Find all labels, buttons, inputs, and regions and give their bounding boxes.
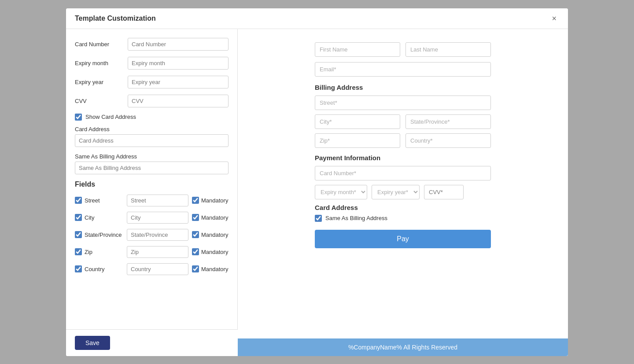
city-checkbox[interactable] [75, 214, 82, 221]
card-address-row: Card Address [75, 126, 229, 147]
modal-overlay: Template Customization × Card Number Exp… [0, 0, 634, 364]
modal-body: Card Number Expiry month Expiry year CVV [66, 29, 568, 356]
expiry-month-label: Expiry month [75, 60, 123, 66]
footer-text: %CompanyName% All Rights Reserved [348, 344, 457, 351]
save-button[interactable]: Save [75, 336, 110, 350]
state-fields-row: State/Province Mandatory [75, 229, 229, 241]
same-billing-check-row: Same As Billing Address [315, 215, 491, 222]
show-card-address-row: Show Card Address [75, 114, 229, 121]
zip-mandatory-checkbox[interactable] [192, 248, 199, 255]
zip-checkbox[interactable] [75, 248, 82, 255]
zip-mandatory-label: Mandatory [201, 249, 228, 255]
street-preview-input[interactable] [315, 96, 491, 110]
card-number-input[interactable] [128, 38, 229, 51]
cvv-preview-input[interactable] [424, 185, 464, 199]
state-mandatory-label: Mandatory [201, 232, 228, 238]
cvv-row: CVV [75, 95, 229, 107]
expiry-month-select[interactable]: Expiry month* [315, 185, 367, 199]
street-check-label: Street [85, 197, 100, 204]
first-name-preview-input[interactable] [315, 42, 400, 57]
state-text-input[interactable] [127, 229, 188, 241]
country-check-label: Country [85, 266, 105, 272]
street-checkbox[interactable] [75, 197, 82, 204]
city-mandatory-label: Mandatory [201, 214, 228, 221]
same-as-billing-input[interactable] [75, 162, 229, 174]
country-mandatory-label: Mandatory [201, 266, 228, 272]
city-fields-row: City Mandatory [75, 212, 229, 224]
city-preview-input[interactable] [315, 114, 400, 129]
card-address-label: Card Address [75, 126, 229, 132]
card-number-preview-row [315, 166, 491, 180]
preview-area: Billing Address Pa [238, 29, 568, 338]
right-footer: %CompanyName% All Rights Reserved [238, 338, 568, 356]
state-preview-input[interactable] [405, 114, 491, 129]
last-name-preview-input[interactable] [405, 42, 491, 57]
expiry-year-select[interactable]: Expiry year* [372, 185, 420, 199]
city-mandatory-checkbox[interactable] [192, 214, 199, 221]
card-address-preview-title: Card Address [315, 204, 491, 211]
country-mandatory-checkbox[interactable] [192, 265, 199, 272]
street-fields-row: Street Mandatory [75, 195, 229, 206]
expiry-month-row: Expiry month [75, 57, 229, 70]
left-panel: Card Number Expiry month Expiry year CVV [66, 29, 238, 356]
left-footer: Save [66, 329, 238, 356]
state-checkbox[interactable] [75, 231, 82, 238]
state-mandatory-checkbox[interactable] [192, 231, 199, 238]
pay-button[interactable]: Pay [315, 230, 491, 248]
card-number-preview-input[interactable] [315, 166, 491, 180]
card-number-label: Card Number [75, 41, 123, 48]
close-button[interactable]: × [549, 14, 559, 23]
payment-expiry-row: Expiry month* Expiry year* [315, 185, 491, 199]
email-row [315, 62, 491, 77]
card-number-row: Card Number [75, 38, 229, 51]
show-card-address-checkbox[interactable] [75, 114, 82, 121]
expiry-month-input[interactable] [128, 57, 229, 70]
modal: Template Customization × Card Number Exp… [66, 8, 568, 356]
street-mandatory-checkbox[interactable] [192, 197, 199, 204]
same-as-billing-label: Same As Billing Address [75, 153, 229, 160]
fields-section-title: Fields [75, 180, 229, 188]
modal-header: Template Customization × [66, 8, 568, 29]
billing-address-title: Billing Address [315, 84, 491, 91]
payment-info-title: Payment Information [315, 154, 491, 162]
expiry-year-row: Expiry year [75, 76, 229, 88]
state-check-label: State/Province [85, 232, 122, 238]
zip-text-input[interactable] [127, 246, 188, 258]
zip-preview-input[interactable] [315, 133, 400, 148]
zip-country-row [315, 133, 491, 148]
expiry-year-input[interactable] [128, 76, 229, 88]
street-mandatory-label: Mandatory [201, 197, 228, 204]
country-checkbox[interactable] [75, 265, 82, 272]
zip-check-label: Zip [85, 249, 92, 255]
same-as-billing-row: Same As Billing Address [75, 153, 229, 174]
city-check-label: City [85, 214, 94, 221]
card-address-input[interactable] [75, 134, 229, 147]
country-fields-row: Country Mandatory [75, 263, 229, 275]
country-preview-input[interactable] [405, 133, 491, 148]
country-text-input[interactable] [127, 263, 188, 275]
city-state-row [315, 114, 491, 129]
preview-form: Billing Address Pa [315, 42, 491, 253]
right-panel: Billing Address Pa [238, 29, 568, 356]
zip-fields-row: Zip Mandatory [75, 246, 229, 258]
name-row [315, 42, 491, 57]
street-text-input[interactable] [127, 195, 188, 206]
expiry-year-label: Expiry year [75, 79, 123, 85]
cvv-label: CVV [75, 98, 123, 104]
email-preview-input[interactable] [315, 62, 491, 77]
city-text-input[interactable] [127, 212, 188, 224]
street-preview-row [315, 96, 491, 110]
cvv-input[interactable] [128, 95, 229, 107]
same-billing-preview-label: Same As Billing Address [325, 215, 387, 221]
modal-title: Template Customization [75, 15, 156, 22]
same-billing-preview-checkbox[interactable] [315, 215, 322, 222]
show-card-address-label: Show Card Address [85, 114, 136, 120]
